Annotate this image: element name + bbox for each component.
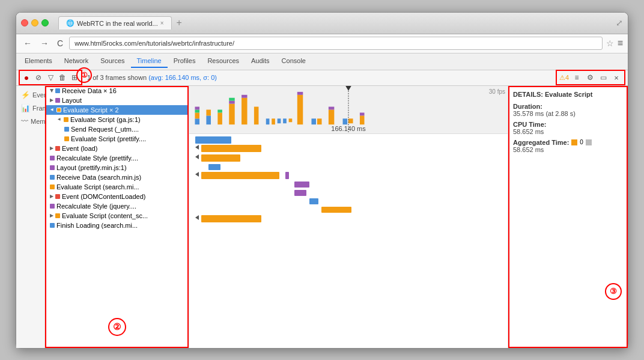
tab-profiles[interactable]: Profiles — [168, 55, 202, 68]
svg-rect-36 — [201, 154, 240, 162]
record-event-load[interactable]: ▶ Event (load) — [45, 144, 189, 153]
clear-button[interactable]: ⊘ — [33, 72, 44, 83]
expand-icon: ▶ — [50, 145, 53, 151]
gear-btn[interactable]: ⚙ — [585, 72, 595, 83]
details-agg-row: Aggregated Time: 0 58.652 ms — [513, 139, 623, 153]
devtools-tab-bar: Elements Network Sources Timeline Profil… — [16, 53, 628, 70]
resize-icon[interactable]: ⤢ — [616, 18, 623, 28]
record-label: Finish Loading (search.mi... — [56, 222, 138, 229]
annotation-circle-3: ③ — [605, 283, 622, 300]
sidebar-item-events[interactable]: ⚡ Events — [16, 88, 44, 102]
record-button[interactable]: ● — [21, 72, 32, 83]
details-agg-value: 58.652 ms — [513, 146, 623, 153]
svg-marker-35 — [195, 154, 199, 159]
menu-icon[interactable]: ≡ — [618, 38, 623, 49]
tab-resources[interactable]: Resources — [201, 55, 245, 68]
forward-button[interactable]: → — [38, 37, 51, 49]
svg-rect-40 — [285, 172, 289, 179]
record-color-swatch — [64, 117, 68, 122]
browser-tab[interactable]: 🌐 WebRTC in the real world... × — [58, 16, 172, 29]
svg-rect-15 — [266, 118, 270, 124]
record-label: Recalculate Style (jquery.... — [56, 203, 136, 210]
svg-rect-6 — [206, 109, 211, 115]
svg-rect-27 — [348, 118, 353, 123]
svg-rect-29 — [360, 112, 365, 115]
tab-favicon: 🌐 — [66, 19, 74, 27]
tab-timeline[interactable]: Timeline — [131, 55, 168, 68]
record-evaluate-prettify[interactable]: Evaluate Script (prettify.... — [45, 134, 189, 144]
script-btn[interactable]: ≡ — [571, 72, 582, 83]
record-evaluate-script[interactable]: ▼ Evaluate Script × 2 — [45, 105, 189, 115]
record-label: Layout (prettify.min.js:1) — [56, 164, 127, 171]
record-evaluate-content[interactable]: ▶ Evaluate Script (content_sc... — [45, 211, 189, 221]
record-color-swatch — [50, 223, 55, 228]
svg-rect-26 — [343, 118, 348, 124]
new-tab-button[interactable]: + — [172, 17, 187, 28]
record-color-swatch — [50, 204, 55, 209]
close-devtools-btn[interactable]: × — [611, 72, 622, 83]
svg-rect-17 — [278, 118, 281, 123]
bookmark-icon[interactable]: ☆ — [606, 38, 614, 48]
svg-rect-14 — [254, 106, 259, 124]
record-layout[interactable]: ▶ Layout — [45, 96, 189, 105]
record-evaluate-search[interactable]: Evaluate Script (search.mi... — [45, 182, 189, 192]
tab-network[interactable]: Network — [58, 55, 94, 68]
record-label: Evaluate Script (search.mi... — [56, 183, 139, 191]
record-label: Event (load) — [62, 145, 97, 152]
details-cpu-row: CPU Time: 58.652 ms — [513, 121, 623, 135]
record-color-swatch — [64, 136, 69, 141]
record-receive-data[interactable]: ▶ Receive Data × 16 — [45, 86, 189, 96]
svg-rect-13 — [242, 94, 247, 97]
expand-icon: ▼ — [56, 117, 62, 122]
toolbar-right-controls: ⚠4 ≡ ⚙ ▭ × — [556, 70, 625, 85]
svg-rect-11 — [229, 97, 234, 100]
details-duration-label: Duration: — [513, 103, 623, 110]
svg-rect-7 — [217, 112, 222, 124]
tab-sources[interactable]: Sources — [94, 55, 130, 68]
filter-button[interactable]: ▽ — [45, 72, 56, 83]
sidebar-item-frames[interactable]: 📊 Frames — [16, 102, 44, 115]
record-color-swatch — [56, 108, 61, 112]
minimize-button[interactable] — [31, 19, 38, 26]
record-color-swatch — [55, 98, 60, 103]
url-input[interactable] — [69, 37, 603, 50]
tab-elements[interactable]: Elements — [19, 55, 58, 68]
record-event-domcontentloaded[interactable]: ▶ Event (DOMContentLoaded) — [45, 192, 189, 201]
refresh-button[interactable]: C — [55, 37, 65, 49]
layout-button[interactable]: ⊞ — [69, 72, 80, 83]
svg-rect-18 — [283, 118, 287, 123]
record-label: Evaluate Script (content_sc... — [62, 212, 148, 219]
svg-rect-43 — [309, 198, 318, 204]
tab-bar: 🌐 WebRTC in the real world... × + — [58, 16, 611, 29]
record-recalc-jquery[interactable]: Recalculate Style (jquery.... — [45, 201, 189, 211]
devtools-toolbar: ● ⊘ ▽ 🗑 ⊞ ① 1 of 3 frames shown (avg: 16… — [16, 70, 628, 86]
svg-rect-24 — [329, 109, 334, 124]
close-button[interactable] — [21, 19, 28, 26]
record-recalc-style[interactable]: Recalculate Style (prettify.... — [45, 153, 189, 163]
record-finish-loading[interactable]: Finish Loading (search.mi... — [45, 221, 189, 230]
sidebar-item-memory[interactable]: 〰 Memory — [16, 115, 44, 128]
record-color-swatch — [50, 175, 55, 180]
record-receive-search[interactable]: Receive Data (search.min.js) — [45, 172, 189, 182]
record-color-swatch — [50, 156, 55, 160]
layout-btn2[interactable]: ▭ — [598, 72, 609, 83]
expand-icon: ▼ — [49, 108, 55, 112]
svg-rect-12 — [242, 97, 247, 124]
maximize-button[interactable] — [41, 19, 49, 26]
record-evaluate-ga[interactable]: ▼ Evaluate Script (ga.js:1) — [45, 115, 189, 124]
tab-close-btn[interactable]: × — [160, 20, 164, 26]
warning-badge: ⚠4 — [559, 74, 569, 82]
tab-console[interactable]: Console — [276, 55, 312, 68]
agg-swatch-2 — [586, 139, 592, 145]
record-layout-prettify[interactable]: Layout (prettify.min.js:1) — [45, 163, 189, 172]
svg-rect-3 — [195, 109, 199, 112]
details-cpu-value: 58.652 ms — [513, 128, 623, 135]
trash-button[interactable]: 🗑 — [57, 72, 68, 83]
back-button[interactable]: ← — [21, 37, 34, 49]
tab-audits[interactable]: Audits — [245, 55, 276, 68]
record-send-request[interactable]: Send Request (_utm.... — [45, 124, 189, 134]
record-label: Recalculate Style (prettify.... — [56, 154, 138, 162]
details-duration-value: 35.578 ms (at 2.88 s) — [513, 110, 623, 117]
details-agg-label-row: Aggregated Time: 0 — [513, 139, 623, 146]
svg-rect-42 — [294, 190, 306, 196]
